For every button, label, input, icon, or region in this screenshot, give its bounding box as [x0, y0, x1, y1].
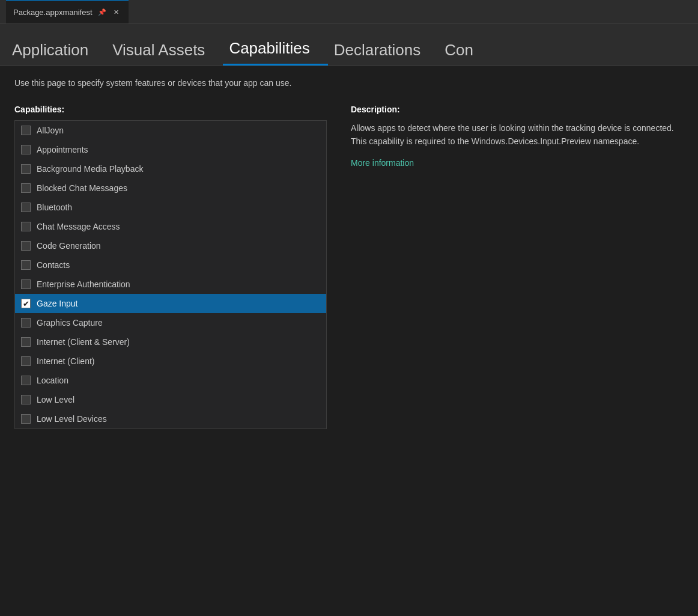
capability-item-low-level[interactable]: Low Level — [15, 390, 326, 409]
capability-item-alljoyn[interactable]: AllJoyn — [15, 121, 326, 140]
tab-declarations[interactable]: Declarations — [328, 24, 439, 66]
more-info-link[interactable]: More information — [351, 158, 414, 168]
checkbox-location[interactable] — [21, 376, 31, 385]
checkbox-chat-message-access[interactable] — [21, 222, 31, 231]
capability-item-contacts[interactable]: Contacts — [15, 255, 326, 275]
capability-item-graphics-capture[interactable]: Graphics Capture — [15, 313, 326, 332]
capability-item-appointments[interactable]: Appointments — [15, 140, 326, 159]
capability-item-low-level-devices[interactable]: Low Level Devices — [15, 409, 326, 428]
title-bar: Package.appxmanifest 📌 ✕ — [0, 0, 698, 24]
file-tab[interactable]: Package.appxmanifest 📌 ✕ — [6, 0, 129, 23]
right-column: Description: Allows apps to detect where… — [351, 105, 684, 429]
capability-item-location[interactable]: Location — [15, 371, 326, 390]
capability-label-low-level-devices: Low Level Devices — [37, 414, 107, 424]
checkbox-gaze-input[interactable]: ✔ — [21, 299, 31, 308]
checkbox-contacts[interactable] — [21, 260, 31, 270]
checkbox-internet-client-server[interactable] — [21, 337, 31, 347]
capability-label-location: Location — [37, 376, 68, 385]
checkbox-enterprise-authentication[interactable] — [21, 279, 31, 289]
description-text: Allows apps to detect where the user is … — [351, 121, 684, 148]
checkbox-alljoyn[interactable] — [21, 126, 31, 135]
tab-con[interactable]: Con — [439, 24, 491, 66]
two-column-layout: Capabilities: AllJoyn Appointments Backg… — [14, 105, 684, 429]
checkbox-low-level-devices[interactable] — [21, 414, 31, 424]
capability-item-bluetooth[interactable]: Bluetooth — [15, 198, 326, 217]
capability-label-contacts: Contacts — [37, 260, 70, 270]
close-icon[interactable]: ✕ — [112, 7, 121, 17]
capability-item-internet-client-server[interactable]: Internet (Client & Server) — [15, 332, 326, 352]
checkbox-low-level[interactable] — [21, 395, 31, 404]
capability-label-bluetooth: Bluetooth — [37, 203, 72, 212]
capabilities-list[interactable]: AllJoyn Appointments Background Media Pl… — [15, 121, 326, 428]
capability-label-enterprise-authentication: Enterprise Authentication — [37, 279, 130, 289]
capabilities-section-label: Capabilities: — [14, 105, 327, 114]
capabilities-list-wrapper: AllJoyn Appointments Background Media Pl… — [14, 120, 327, 429]
checkbox-code-generation[interactable] — [21, 241, 31, 251]
capability-label-internet-client: Internet (Client) — [37, 356, 94, 366]
page-content: Use this page to specify system features… — [0, 66, 698, 441]
pin-icon[interactable]: 📌 — [97, 7, 107, 17]
checkbox-bluetooth[interactable] — [21, 203, 31, 212]
capability-label-code-generation: Code Generation — [37, 241, 101, 251]
description-section-label: Description: — [351, 105, 684, 114]
left-column: Capabilities: AllJoyn Appointments Backg… — [14, 105, 327, 429]
checkbox-graphics-capture[interactable] — [21, 318, 31, 328]
page-description: Use this page to specify system features… — [14, 78, 684, 88]
capability-label-appointments: Appointments — [37, 145, 88, 154]
checkbox-internet-client[interactable] — [21, 356, 31, 366]
capability-label-background-media-playback: Background Media Playback — [37, 164, 143, 174]
checkbox-blocked-chat-messages[interactable] — [21, 183, 31, 193]
capability-label-internet-client-server: Internet (Client & Server) — [37, 337, 130, 347]
file-tab-label: Package.appxmanifest — [13, 8, 93, 17]
tab-capabilities[interactable]: Capabilities — [223, 24, 327, 66]
capability-label-blocked-chat-messages: Blocked Chat Messages — [37, 183, 127, 193]
capability-label-chat-message-access: Chat Message Access — [37, 222, 120, 231]
capability-label-low-level: Low Level — [37, 395, 74, 404]
nav-tabs: Application Visual Assets Capabilities D… — [0, 24, 698, 66]
capability-label-graphics-capture: Graphics Capture — [37, 318, 103, 328]
capability-item-gaze-input[interactable]: ✔ Gaze Input — [15, 294, 326, 313]
capability-item-code-generation[interactable]: Code Generation — [15, 236, 326, 255]
capability-item-chat-message-access[interactable]: Chat Message Access — [15, 217, 326, 236]
tab-visual-assets[interactable]: Visual Assets — [106, 24, 223, 66]
capability-label-alljoyn: AllJoyn — [37, 126, 64, 135]
capability-label-gaze-input: Gaze Input — [37, 299, 78, 308]
checkbox-appointments[interactable] — [21, 145, 31, 154]
tab-application[interactable]: Application — [12, 24, 106, 66]
capability-item-enterprise-authentication[interactable]: Enterprise Authentication — [15, 275, 326, 294]
capability-item-background-media-playback[interactable]: Background Media Playback — [15, 159, 326, 178]
capability-item-blocked-chat-messages[interactable]: Blocked Chat Messages — [15, 178, 326, 198]
checkbox-background-media-playback[interactable] — [21, 164, 31, 174]
capability-item-internet-client[interactable]: Internet (Client) — [15, 352, 326, 371]
